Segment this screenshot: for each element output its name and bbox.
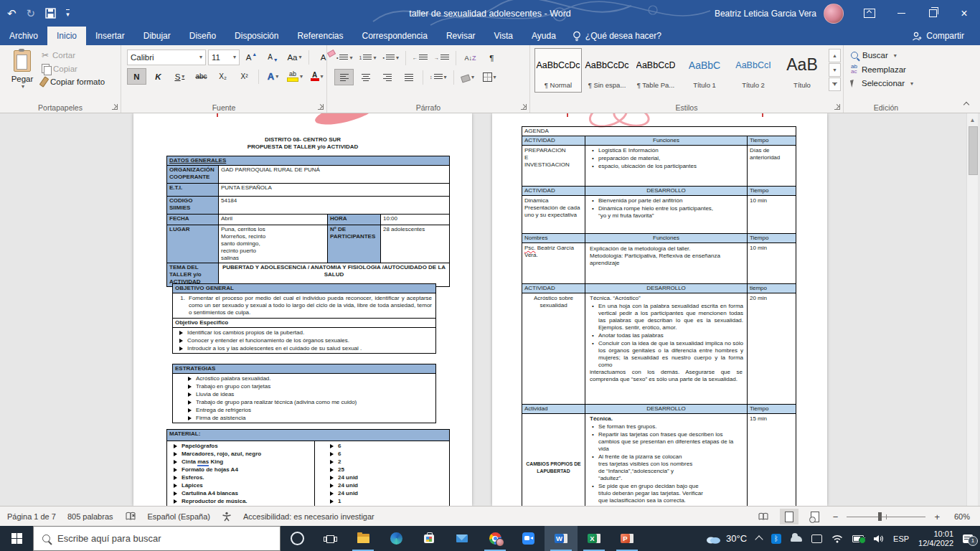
row-value-cell[interactable]: PUNTA ESPAÑOLA: [219, 184, 450, 197]
row-value-cell[interactable]: 10:00: [381, 215, 450, 225]
replace-button[interactable]: abac Reemplazar: [851, 65, 913, 74]
agenda-header-cell[interactable]: Funciones: [585, 136, 748, 146]
read-mode-button[interactable]: [754, 509, 773, 524]
italic-button[interactable]: K: [149, 68, 168, 85]
align-center-button[interactable]: [356, 69, 375, 85]
styles-dialog-launcher[interactable]: [834, 104, 840, 110]
text-effects-button[interactable]: A▾: [263, 68, 283, 85]
sort-button[interactable]: A↓Z: [461, 50, 480, 66]
agenda-header-cell[interactable]: Nombres: [522, 234, 585, 243]
tab-archivo[interactable]: Archivo: [0, 27, 47, 45]
powerpoint-taskbar-button[interactable]: P: [611, 526, 644, 551]
datos-generales-header[interactable]: DATOS GENERALES: [167, 156, 450, 166]
agenda-activity-cell[interactable]: Psc. Beatriz García Vera.: [522, 243, 585, 284]
zoom-level[interactable]: 60%: [948, 512, 970, 521]
agenda-header-cell[interactable]: Tiempo: [748, 405, 796, 414]
highlight-button[interactable]: ab▾: [285, 68, 305, 85]
estrategias-items-cell[interactable]: Acróstico palabra sexualidad.Trabajo en …: [173, 374, 436, 423]
agenda-activity-cell[interactable]: Acróstico sobre sexualidad: [522, 293, 585, 405]
web-layout-button[interactable]: [806, 509, 824, 524]
tab-inicio[interactable]: Inicio: [47, 27, 86, 45]
weather-widget[interactable]: 30°C: [705, 533, 747, 544]
agenda-header-cell[interactable]: tiempo: [748, 284, 796, 293]
scrollbar-thumb[interactable]: [969, 126, 978, 175]
agenda-activity-cell[interactable]: Dinámica Presentación de cada uno y su e…: [522, 196, 585, 234]
word-count[interactable]: 805 palabras: [67, 512, 113, 521]
agenda-header-cell[interactable]: ACTIVIDAD: [522, 187, 585, 196]
tab-correspondencia[interactable]: Correspondencia: [352, 27, 436, 45]
zoom-slider[interactable]: [847, 512, 925, 522]
clipboard-dialog-launcher[interactable]: [112, 104, 118, 110]
agenda-time-cell[interactable]: 15 min: [748, 414, 796, 507]
page-indicator[interactable]: Página 1 de 7: [7, 512, 56, 521]
style-card-sin-espa[interactable]: AaBbCcDc¶ Sin espa...: [583, 48, 631, 93]
agenda-activity-cell[interactable]: CAMBIOS PROPIOS DE LAPUBERTAD: [522, 414, 585, 507]
agenda-detail-cell[interactable]: Explicación de la metodología del taller…: [585, 243, 748, 284]
style-card-table-pa[interactable]: AaBbCcD¶ Table Pa...: [632, 48, 679, 93]
chrome-button[interactable]: [479, 526, 512, 551]
collapse-ribbon-button[interactable]: [963, 100, 970, 107]
borders-button[interactable]: ▾: [480, 69, 499, 85]
account-user-name[interactable]: Beatriz Leticia Garcia Vera: [715, 9, 816, 19]
find-button[interactable]: Buscar▾: [851, 51, 913, 60]
tab-vista[interactable]: Vista: [485, 27, 522, 45]
underline-button[interactable]: S▾: [170, 68, 189, 85]
estrategias-header[interactable]: ESTRATEGIAS: [173, 364, 436, 374]
numbering-button[interactable]: 1▾: [357, 50, 378, 66]
start-button[interactable]: [0, 526, 33, 551]
vertical-scrollbar[interactable]: ▲: [966, 113, 978, 506]
avatar[interactable]: [824, 4, 844, 24]
share-button[interactable]: Compartir: [912, 27, 980, 45]
row-value-cell[interactable]: GAD PARROQUIAL RURAL DE PUNÁ: [219, 166, 450, 184]
agenda-detail-cell[interactable]: •Logística E Información•preparación de …: [585, 146, 748, 187]
row-label-cell[interactable]: E.T.I.: [167, 184, 219, 197]
shading-button[interactable]: ▾: [458, 69, 478, 85]
agenda-time-cell[interactable]: Días de anterioridad: [748, 146, 796, 187]
minimize-button[interactable]: [885, 0, 917, 27]
zoom-out-button[interactable]: −: [831, 512, 840, 522]
bullets-button[interactable]: •▾: [334, 50, 354, 66]
print-layout-button[interactable]: [780, 509, 798, 524]
justify-button[interactable]: [399, 69, 418, 85]
onedrive-icon[interactable]: [791, 536, 802, 542]
cortana-button[interactable]: [281, 526, 314, 551]
paragraph-dialog-launcher[interactable]: [521, 104, 527, 110]
keyboard-language[interactable]: ESP: [893, 534, 909, 543]
format-painter-button[interactable]: Copiar formato: [42, 77, 105, 87]
agenda-time-cell[interactable]: 10 min: [748, 196, 796, 234]
show-marks-button[interactable]: ¶: [482, 50, 501, 66]
taskbar-search-box[interactable]: Escribe aquí para buscar: [33, 526, 281, 551]
agenda-activity-cell[interactable]: PREPARACION E INVESTIGACION: [522, 146, 585, 187]
shrink-font-button[interactable]: A▼: [263, 49, 283, 65]
row-value-cell[interactable]: Puna, cerritos los Morreños, recinto san…: [219, 225, 328, 263]
font-name-select[interactable]: Calibri▾: [127, 50, 206, 65]
align-right-button[interactable]: [377, 69, 397, 85]
row-value-cell[interactable]: Abril: [219, 215, 328, 225]
bold-button[interactable]: N: [127, 68, 146, 85]
restore-button[interactable]: [917, 0, 948, 27]
decrease-indent-button[interactable]: ←: [410, 50, 430, 66]
accessibility-status[interactable]: Accesibilidad: es necesario investigar: [243, 512, 374, 521]
styles-more-button[interactable]: ▼: [829, 77, 841, 91]
row-label-cell[interactable]: FECHA: [167, 215, 219, 225]
agenda-detail-cell[interactable]: Técnica.•Se forman tres grupos.•Repartir…: [585, 414, 748, 507]
agenda-header-cell[interactable]: Funciones: [585, 234, 748, 243]
style-card-titulo-2[interactable]: AaBbCcITítulo 2: [730, 48, 777, 93]
row-label-cell[interactable]: HORA: [328, 215, 381, 225]
objetivo-items-cell[interactable]: Identificar los cambios propios de la pu…: [173, 328, 436, 354]
tab-revisar[interactable]: Revisar: [437, 27, 485, 45]
tab-diseno[interactable]: Diseño: [180, 27, 225, 45]
clock[interactable]: 10:01 12/4/2022: [918, 529, 953, 548]
superscript-button[interactable]: X²: [235, 68, 254, 85]
increase-indent-button[interactable]: →: [432, 50, 451, 66]
agenda-header-cell[interactable]: ACTIVIDAD: [522, 284, 585, 293]
paste-button[interactable]: Pegar ▾: [6, 48, 39, 98]
grow-font-button[interactable]: A▲: [242, 49, 261, 65]
multilevel-list-button[interactable]: ▪▾: [380, 50, 401, 66]
row-label-cell[interactable]: LUGAR: [167, 225, 219, 263]
file-explorer-button[interactable]: [347, 526, 380, 551]
styles-scroll-up-button[interactable]: ▲: [829, 49, 841, 62]
agenda-header-cell[interactable]: Actividad: [522, 405, 585, 414]
notification-center-button[interactable]: 1: [963, 534, 973, 543]
font-size-select[interactable]: 11▾: [208, 50, 240, 65]
